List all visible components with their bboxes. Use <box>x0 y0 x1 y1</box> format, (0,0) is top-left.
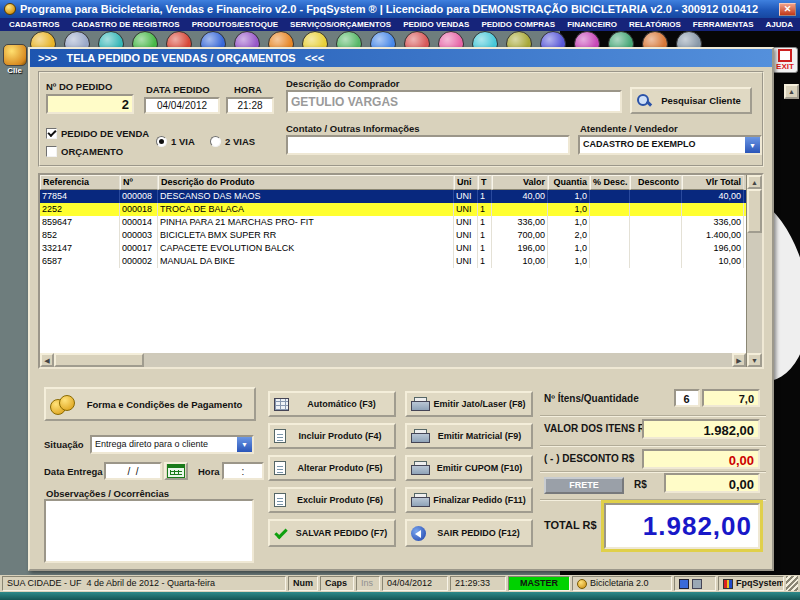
grid-column-header[interactable]: Desconto <box>630 175 682 190</box>
automatico-label: Automático (F3) <box>293 399 390 409</box>
grid-cell: 1.400,00 <box>682 229 744 242</box>
data-pedido-input[interactable] <box>144 97 220 114</box>
vscroll-thumb[interactable] <box>747 189 762 233</box>
exit-door-icon <box>778 49 792 62</box>
scroll-right-icon[interactable]: ▶ <box>732 353 746 367</box>
status-location: SUA CIDADE - UF 4 de Abril de 2012 - Qua… <box>2 576 286 591</box>
vscroll-track[interactable] <box>747 233 762 353</box>
menu-item[interactable]: SERVIÇOS/ORÇAMENTOS <box>284 20 397 29</box>
via2-radio[interactable]: 2 VIAS <box>210 136 255 147</box>
grid-cell <box>590 190 630 203</box>
menu-item[interactable]: CADASTRO DE REGISTROS <box>66 20 186 29</box>
hora-input[interactable] <box>226 97 274 114</box>
scroll-left-icon[interactable]: ◀ <box>40 353 54 367</box>
close-button[interactable]: ✕ <box>779 3 796 16</box>
hscroll-track[interactable] <box>144 353 732 367</box>
vertical-scrollbar[interactable]: ▲ ▼ <box>746 175 762 367</box>
data-entrega-input[interactable] <box>104 462 162 480</box>
comprador-input[interactable] <box>286 90 622 113</box>
itens-quantidade-label: Nº Ítens/Quantidade <box>544 393 639 404</box>
grid-cell: 40,00 <box>492 190 548 203</box>
grid-row[interactable]: 77854000008DESCANSO DAS MAOSUNI140,001,0… <box>40 190 746 203</box>
grid-main: ReferenciaNºDescrição do ProdutoUniTValo… <box>40 175 746 367</box>
alterar-label: Alterar Produto (F5) <box>290 463 390 473</box>
sair-pedido-button[interactable]: SAIR PEDIDO (F12) <box>405 519 533 547</box>
grid-cell: 000008 <box>120 190 158 203</box>
excluir-produto-button[interactable]: Excluir Produto (F6) <box>268 487 396 513</box>
form-titlebar[interactable]: >>> TELA PEDIDO DE VENDAS / ORÇAMENTOS <… <box>30 49 772 67</box>
frete-button[interactable]: FRETE <box>544 477 624 494</box>
add-product-icon <box>274 429 286 443</box>
menu-item[interactable]: RELATÓRIOS <box>623 20 687 29</box>
chevron-down-icon[interactable]: ▼ <box>237 437 252 452</box>
pesquisar-cliente-button[interactable]: Pesquisar Cliente <box>630 87 752 114</box>
emitir-matricial-button[interactable]: Emitir Matricial (F9) <box>405 423 533 449</box>
frete-field: 0,00 <box>664 473 760 493</box>
orcamento-checkbox[interactable]: ORÇAMENTO <box>46 146 123 157</box>
printer-icon <box>411 429 428 443</box>
exit-toolbar-button[interactable]: EXIT <box>772 47 798 73</box>
grid-column-header[interactable]: Vlr Total <box>682 175 744 190</box>
grid-column-header[interactable]: Referencia <box>40 175 120 190</box>
menu-item[interactable]: PEDIDO VENDAS <box>397 20 475 29</box>
emitir-cupom-button[interactable]: Emitir CUPOM (F10) <box>405 455 533 481</box>
mdi-scroll-up-button[interactable]: ▲ <box>784 84 799 99</box>
grid-row[interactable]: 6587000002MANUAL DA BIKEUNI110,001,010,0… <box>40 255 746 268</box>
salvar-pedido-button[interactable]: SALVAR PEDIDO (F7) <box>268 519 396 547</box>
incluir-produto-button[interactable]: Incluir Produto (F4) <box>268 423 396 449</box>
window-titlebar: Programa para Bicicletaria, Vendas e Fin… <box>0 0 800 18</box>
grid-row[interactable]: 859647000014PINHA PARA 21 MARCHAS PRO- F… <box>40 216 746 229</box>
menu-item[interactable]: PRODUTOS/ESTOQUE <box>186 20 284 29</box>
grid-cell: 40,00 <box>682 190 744 203</box>
automatico-button[interactable]: Automático (F3) <box>268 391 396 417</box>
grid-row[interactable]: 332147000017CAPACETE EVOLUTION BALCKUNI1… <box>40 242 746 255</box>
contato-input[interactable] <box>286 135 570 155</box>
grid-cell: 1 <box>478 242 492 255</box>
grid-row[interactable]: 852000003BICICLETA BMX SUPER RRUNI1700,0… <box>40 229 746 242</box>
chevron-down-icon[interactable]: ▼ <box>745 137 760 153</box>
grid-cell <box>590 229 630 242</box>
grid-column-header[interactable]: Quantia <box>548 175 590 190</box>
forma-pagamento-button[interactable]: Forma e Condições de Pagamento <box>44 387 256 421</box>
horizontal-scrollbar[interactable]: ◀ ▶ <box>40 353 746 367</box>
menu-item[interactable]: CADASTROS <box>3 20 66 29</box>
hora-entrega-input[interactable] <box>222 462 264 480</box>
observacoes-textarea[interactable] <box>44 499 254 563</box>
emitir-jato-laser-button[interactable]: Emitir Jato/Laser (F8) <box>405 391 533 417</box>
situacao-combobox[interactable]: Entrega direto para o cliente ▼ <box>90 435 254 454</box>
form-body: Nº DO PEDIDO DATA PEDIDO HORA Descrição … <box>30 67 772 567</box>
grid-cell <box>590 255 630 268</box>
via1-radio[interactable]: 1 VIA <box>156 136 195 147</box>
menu-item[interactable]: AJUDA <box>760 20 800 29</box>
coins-icon <box>50 395 75 414</box>
finalizar-pedido-button[interactable]: Finalizar Pedido (F11) <box>405 487 533 513</box>
grid-column-header[interactable]: Nº <box>120 175 158 190</box>
toolbar-button-clientes[interactable]: Clie <box>1 44 28 75</box>
menu-item[interactable]: PEDIDO COMPRAS <box>475 20 561 29</box>
grid-column-header[interactable]: Uni <box>454 175 478 190</box>
grid-cell: 2,0 <box>548 229 590 242</box>
resize-grip[interactable] <box>786 576 798 591</box>
valor-itens-label: VALOR DOS ITENS R$ <box>544 423 651 434</box>
atendente-combobox[interactable]: CADASTRO DE EXEMPLO ▼ <box>578 135 762 155</box>
grid-row[interactable]: 2252000018TROCA DE BALACAUNI11,0 <box>40 203 746 216</box>
menu-item[interactable]: FERRAMENTAS <box>687 20 760 29</box>
data-pedido-label: DATA PEDIDO <box>146 84 210 95</box>
hscroll-thumb[interactable] <box>54 353 144 367</box>
alterar-produto-button[interactable]: Alterar Produto (F5) <box>268 455 396 481</box>
grid-column-header[interactable]: % Desc. <box>590 175 630 190</box>
calendar-button[interactable] <box>164 462 188 480</box>
grid-cell <box>590 242 630 255</box>
scroll-up-icon[interactable]: ▲ <box>747 175 762 189</box>
pedido-venda-checkbox[interactable]: PEDIDO DE VENDA <box>46 128 149 139</box>
grid-icon <box>274 398 289 411</box>
scroll-down-icon[interactable]: ▼ <box>747 353 762 367</box>
numero-pedido-input[interactable] <box>46 94 134 114</box>
pesquisar-label: Pesquisar Cliente <box>656 95 746 106</box>
grid-column-header[interactable]: Valor <box>492 175 548 190</box>
grid-cell: UNI <box>454 242 478 255</box>
grid-column-header[interactable]: T <box>478 175 492 190</box>
grid-column-header[interactable]: Descrição do Produto <box>158 175 454 190</box>
menu-item[interactable]: FINANCEIRO <box>561 20 623 29</box>
grid-body[interactable]: 77854000008DESCANSO DAS MAOSUNI140,001,0… <box>40 190 746 353</box>
